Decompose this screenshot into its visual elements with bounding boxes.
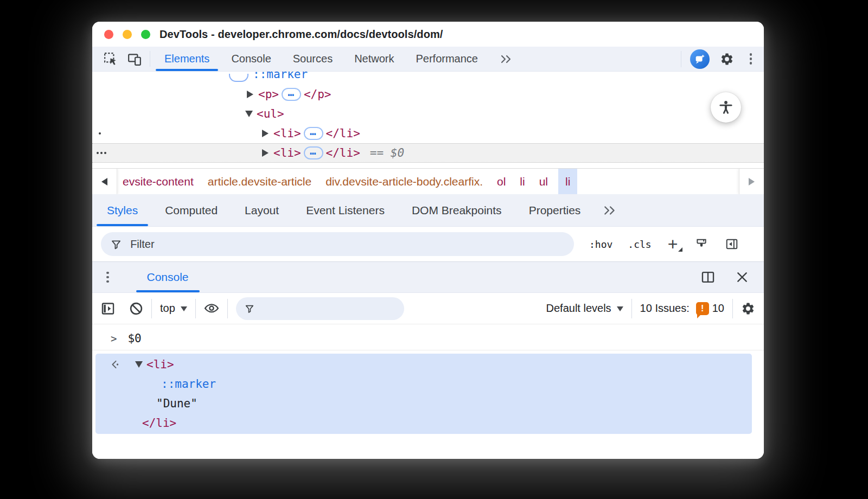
dom-tree-node-li-selected[interactable]: <li> ⋯ </li> == $0 [92,143,764,163]
tab-event-listeners[interactable]: Event Listeners [292,194,398,226]
breadcrumb-scroll-left-button[interactable] [92,169,117,194]
issues-counter[interactable]: 10 Issues: ! 10 [640,302,724,315]
styles-filter-field[interactable] [101,232,574,256]
styles-filter-input[interactable] [129,238,564,251]
drawer-menu-icon[interactable] [101,268,114,286]
dom-tree-node-ul[interactable]: <ul> [92,104,764,124]
tab-dom-breakpoints[interactable]: DOM Breakpoints [398,194,515,226]
expand-arrow-icon[interactable] [262,130,269,137]
dom-tree-node-p[interactable]: <p> ⋯ </p> [92,85,764,104]
chevron-down-icon [617,306,623,311]
toolbar-divider [631,299,632,318]
breadcrumb-item-li-selected[interactable]: li [558,169,577,194]
result-text-node: "Dune" [156,397,197,410]
window-controls [104,22,150,47]
show-computed-sidebar-icon[interactable] [725,238,738,251]
console-command-text: $0 [127,332,141,345]
tab-network[interactable]: Network [343,47,405,71]
drawer-header: Console [92,261,764,293]
dom-tree-node-li[interactable]: <li> ⋯ </li> [92,124,764,143]
maximize-window-button[interactable] [141,30,150,39]
drawer-tab-console[interactable]: Console [135,262,201,292]
window-title: DevTools - developer.chrome.com/docs/dev… [159,28,443,41]
tab-elements[interactable]: Elements [154,47,220,71]
collapsed-content-icon[interactable]: ⋯ [304,127,323,140]
execution-context-selector[interactable]: top [160,302,187,315]
log-levels-selector[interactable]: Default levels [546,302,623,315]
breadcrumb: evsite-content article.devsite-article d… [92,168,764,194]
console-command-row[interactable]: > $0 [92,327,764,350]
close-drawer-icon[interactable] [736,271,749,284]
more-panels-icon[interactable] [489,47,524,71]
live-expression-eye-icon[interactable] [204,301,219,316]
clear-console-icon[interactable] [129,302,143,316]
console-messages: > $0 <li> ::marker "Dune" </li> [92,324,764,459]
console-toolbar: top Default levels 10 Issues: ! 10 [92,293,764,324]
chevron-right-icon [749,178,755,185]
rendering-emulations-icon[interactable] [695,238,708,251]
toggle-element-state-button[interactable]: :hov [589,239,612,250]
devtools-toolbar: Elements Console Sources Network Perform… [92,47,764,72]
console-result-block[interactable]: <li> ::marker "Dune" </li> [95,354,752,434]
breadcrumb-item-ul[interactable]: ul [539,175,548,188]
device-toolbar-icon[interactable] [123,47,146,71]
expand-arrow-icon[interactable] [262,149,269,157]
tab-layout[interactable]: Layout [231,194,292,226]
collapse-arrow-icon[interactable] [245,111,253,117]
sidebar-tab-bar: Styles Computed Layout Event Listeners D… [92,194,764,227]
styles-toolbar: :hov .cls + [92,227,764,261]
console-sidebar-icon[interactable] [101,302,115,316]
console-settings-icon[interactable] [741,302,755,316]
result-li-close: </li> [142,417,176,430]
tab-styles[interactable]: Styles [93,194,151,226]
collapsed-content-icon [229,74,248,82]
breadcrumb-item-article[interactable]: article.devsite-article [208,175,311,188]
split-panel-icon[interactable] [701,270,715,284]
toolbar-divider [150,51,150,67]
title-bar: DevTools - developer.chrome.com/docs/dev… [92,22,764,47]
breadcrumb-scroll-right-button[interactable] [739,169,764,194]
breadcrumb-item-ol[interactable]: ol [497,175,506,188]
toolbar-divider [227,299,228,318]
tab-computed[interactable]: Computed [151,194,231,226]
filter-funnel-icon [111,239,122,250]
toolbar-right-controls [678,47,758,71]
close-window-button[interactable] [104,30,113,39]
dollar-zero-hint: $0 [391,146,404,159]
more-options-icon[interactable] [744,50,758,68]
toolbar-divider [732,299,733,318]
accessibility-button[interactable] [711,92,741,123]
collapse-arrow-icon[interactable] [135,361,143,368]
minimize-window-button[interactable] [123,30,132,39]
console-filter-field[interactable] [236,297,404,320]
new-style-rule-button[interactable]: + [668,236,678,252]
toolbar-divider [681,51,681,67]
issue-badge-icon: ! [696,302,709,315]
breadcrumb-item-li[interactable]: li [520,175,525,188]
command-prompt-chevron: > [111,332,117,344]
collapsed-content-icon[interactable]: ⋯ [282,88,301,101]
more-tabs-icon[interactable] [594,194,626,226]
console-filter-input[interactable] [260,302,395,315]
drawer-controls [701,262,755,292]
breadcrumb-item-devsite-content[interactable]: evsite-content [123,175,194,188]
settings-icon[interactable] [715,52,739,66]
ai-assistant-icon[interactable] [690,49,710,69]
inspect-element-icon[interactable] [99,47,123,71]
expand-arrow-icon[interactable] [247,91,253,98]
element-classes-button[interactable]: .cls [628,239,651,250]
breadcrumb-item-div[interactable]: div.devsite-article-body.clearfix. [326,175,483,188]
toolbar-divider [151,299,152,318]
tab-sources[interactable]: Sources [282,47,343,71]
activity-dots-icon [97,152,106,154]
collapsed-content-icon[interactable]: ⋯ [304,146,323,159]
selected-node-equals: == [370,146,384,159]
tab-properties[interactable]: Properties [515,194,595,226]
tab-console[interactable]: Console [220,47,282,71]
dom-tree-node-marker[interactable]: ::marker [92,72,764,84]
tab-performance[interactable]: Performance [405,47,489,71]
result-li-open: <li> [146,358,174,371]
result-marker-pseudo[interactable]: ::marker [161,378,216,391]
toolbar-divider [195,299,196,318]
elements-panel: ::marker <p> ⋯ </p> <ul> <li> ⋯ </li> <l… [92,72,764,168]
